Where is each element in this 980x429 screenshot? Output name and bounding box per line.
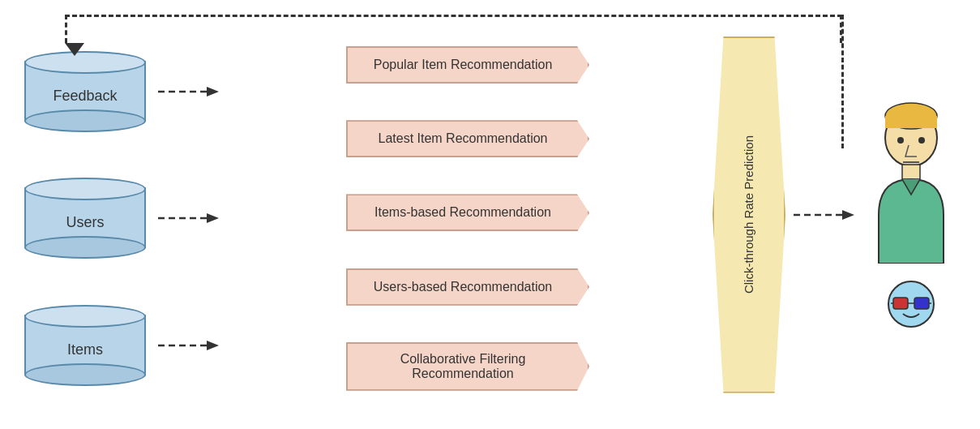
cylinder-label-users: Users xyxy=(66,214,104,231)
reco-users-based-label: Users-based Recommendation xyxy=(374,280,553,294)
reco-collaborative-label: Collaborative FilteringRecommendation xyxy=(400,352,526,380)
svg-rect-14 xyxy=(902,165,920,179)
reco-latest: Latest Item Recommendation xyxy=(346,120,589,157)
reco-popular-label: Popular Item Recommendation xyxy=(374,58,553,71)
cylinder-items: Items xyxy=(24,305,146,386)
cylinder-top-feedback xyxy=(24,51,146,74)
cylinder-users: Users xyxy=(24,178,146,259)
arrow-items xyxy=(158,337,223,354)
svg-marker-1 xyxy=(207,87,219,97)
arrow-svg-users xyxy=(158,210,223,226)
db-row-items: Items xyxy=(24,305,223,386)
reco-collaborative: Collaborative FilteringRecommendation xyxy=(346,342,589,391)
svg-point-11 xyxy=(897,137,904,144)
person-figure xyxy=(867,101,956,264)
cylinder-label-items: Items xyxy=(67,341,103,358)
arrow-svg-feedback xyxy=(158,84,223,100)
reco-items-based: Items-based Recommendation xyxy=(346,194,589,231)
cylinder-feedback: Feedback xyxy=(24,51,146,132)
svg-rect-10 xyxy=(885,116,937,128)
db-row-users: Users xyxy=(24,178,223,259)
diagram-container: Feedback Users xyxy=(0,0,980,429)
arrow-feedback xyxy=(158,84,223,100)
robot-icon xyxy=(887,280,935,328)
arrow-svg-items xyxy=(158,337,223,354)
reco-users-based: Users-based Recommendation xyxy=(346,268,589,306)
recommendations-section: Popular Item Recommendation Latest Item … xyxy=(346,20,589,410)
ctr-shape: Click-through Rate Prediction xyxy=(713,36,785,393)
ctr-container: Click-through Rate Prediction xyxy=(713,20,785,410)
right-dashed-line xyxy=(841,15,844,148)
ctr-label: Click-through Rate Prediction xyxy=(737,135,761,294)
top-dashed-border-arrow xyxy=(65,43,84,56)
cylinder-bottom-users xyxy=(24,236,146,259)
reco-items-based-label: Items-based Recommendation xyxy=(374,205,551,219)
top-dashed-border xyxy=(65,15,842,43)
arrow-users xyxy=(158,210,223,226)
cylinder-bottom-feedback xyxy=(24,109,146,132)
cylinder-label-feedback: Feedback xyxy=(53,87,117,104)
svg-marker-7 xyxy=(842,210,854,220)
svg-marker-5 xyxy=(207,341,219,350)
reco-latest-label: Latest Item Recommendation xyxy=(379,131,548,145)
svg-rect-17 xyxy=(914,298,929,309)
cylinder-bottom-items xyxy=(24,363,146,386)
reco-popular: Popular Item Recommendation xyxy=(346,46,589,84)
databases-section: Feedback Users xyxy=(24,20,223,410)
svg-rect-16 xyxy=(893,298,908,309)
user-column xyxy=(867,20,956,410)
ctr-arrow-svg xyxy=(794,207,858,223)
cylinder-top-items xyxy=(24,305,146,328)
svg-point-12 xyxy=(918,137,925,144)
right-section: Click-through Rate Prediction xyxy=(713,20,956,410)
ctr-to-user-arrow-container xyxy=(794,207,858,223)
svg-marker-3 xyxy=(207,213,219,223)
db-row-feedback: Feedback xyxy=(24,51,223,132)
